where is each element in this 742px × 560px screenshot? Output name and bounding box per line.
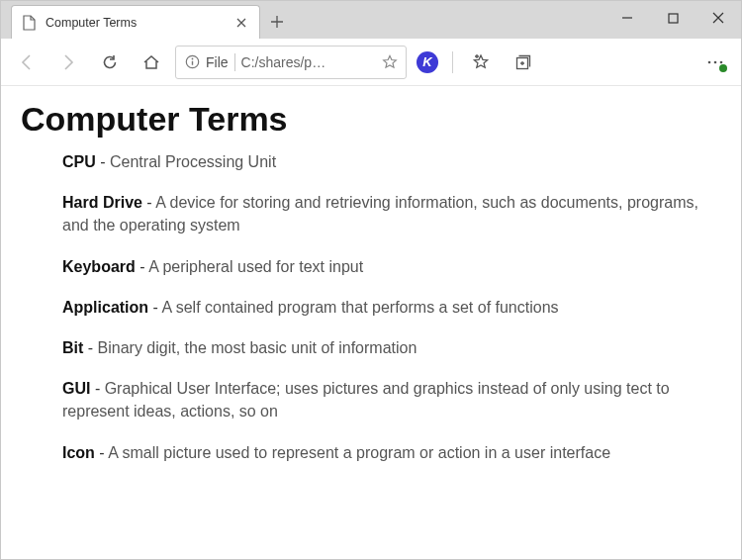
page-title: Computer Terms [21, 100, 721, 139]
definition-list: CPU - Central Processing UnitHard Drive … [62, 150, 711, 464]
close-window-button[interactable] [696, 3, 741, 33]
browser-window: Computer Terms [0, 0, 742, 560]
definition-item: GUI - Graphical User Interface; uses pic… [62, 377, 711, 422]
definition-term: Application [62, 299, 148, 316]
maximize-button[interactable] [650, 3, 696, 33]
definition-term: CPU [62, 153, 96, 170]
titlebar: Computer Terms [1, 1, 741, 39]
collections-button[interactable] [505, 45, 540, 80]
definition-item: CPU - Central Processing Unit [62, 150, 711, 173]
definition-separator: - [148, 299, 161, 316]
settings-more-button[interactable] [697, 45, 733, 80]
definition-separator: - [83, 339, 97, 356]
refresh-button[interactable] [92, 45, 128, 80]
svg-rect-0 [669, 14, 678, 23]
toolbar-separator [452, 51, 453, 73]
collections-icon [513, 53, 531, 71]
definition-separator: - [95, 444, 108, 461]
plus-icon [270, 15, 284, 29]
close-icon [236, 18, 246, 28]
definition-description: Central Processing Unit [110, 153, 276, 170]
page-icon [22, 15, 36, 31]
definition-term: Keyboard [62, 258, 136, 275]
address-bar[interactable]: File C:/shares/p… [175, 46, 407, 79]
back-arrow-icon [18, 53, 36, 71]
site-info-button[interactable] [184, 54, 200, 70]
minimize-button[interactable] [604, 3, 650, 33]
definition-term: Icon [62, 444, 95, 461]
definition-term: Hard Drive [62, 194, 142, 211]
refresh-icon [101, 53, 119, 71]
favorites-star-icon [472, 53, 490, 71]
back-button[interactable] [9, 45, 45, 80]
definition-separator: - [90, 380, 104, 397]
definition-item: Hard Drive - A device for storing and re… [62, 191, 711, 236]
svg-point-5 [714, 60, 717, 63]
notification-dot-icon [719, 64, 727, 72]
svg-point-4 [708, 60, 711, 63]
definition-description: Graphical User Interface; uses pictures … [62, 380, 670, 420]
definition-description: A peripheral used for text input [148, 258, 363, 275]
maximize-icon [668, 13, 679, 24]
forward-button[interactable] [50, 45, 86, 80]
minimize-icon [621, 12, 633, 24]
tab-close-button[interactable] [233, 15, 249, 31]
page-content: Computer Terms CPU - Central Processing … [1, 86, 741, 559]
favorite-button[interactable] [382, 54, 398, 70]
definition-term: Bit [62, 339, 83, 356]
definition-description: A self contained program that performs a… [161, 299, 558, 316]
definition-item: Keyboard - A peripheral used for text in… [62, 255, 711, 278]
address-divider [234, 53, 235, 71]
extension-badge-label: K [422, 54, 431, 69]
tab-title: Computer Terms [46, 16, 224, 30]
svg-point-2 [191, 58, 193, 60]
toolbar: File C:/shares/p… K [1, 39, 741, 86]
definition-item: Application - A self contained program t… [62, 296, 711, 319]
info-icon [185, 54, 200, 69]
new-tab-button[interactable] [260, 5, 294, 39]
home-icon [142, 53, 160, 71]
home-button[interactable] [134, 45, 169, 80]
definition-description: A device for storing and retrieving info… [62, 194, 698, 233]
definition-description: Binary digit, the most basic unit of inf… [98, 339, 417, 356]
window-controls [604, 1, 741, 39]
definition-item: Icon - A small picture used to represent… [62, 441, 711, 464]
definition-separator: - [136, 258, 148, 275]
definition-item: Bit - Binary digit, the most basic unit … [62, 336, 711, 359]
close-icon [712, 12, 724, 24]
definition-separator: - [96, 153, 110, 170]
forward-arrow-icon [59, 53, 77, 71]
active-tab[interactable]: Computer Terms [11, 5, 260, 39]
url-scheme: File [206, 54, 229, 70]
url-path: C:/shares/p… [241, 54, 376, 70]
svg-point-6 [720, 60, 723, 63]
favorites-button[interactable] [463, 45, 499, 80]
extension-badge[interactable]: K [417, 51, 438, 73]
definition-description: A small picture used to represent a prog… [108, 444, 610, 461]
definition-term: GUI [62, 380, 90, 397]
star-icon [382, 54, 398, 70]
definition-separator: - [142, 194, 155, 211]
